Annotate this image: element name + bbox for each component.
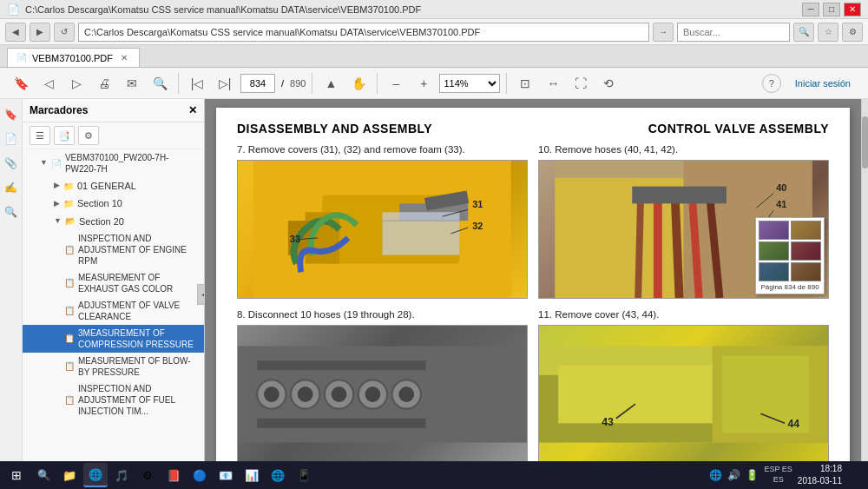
zoom-in-button[interactable]: + [411,71,436,96]
zoom-select[interactable]: 114% 100% 125% 150% [439,74,500,93]
pdf-page-header: DISASSEMBLY AND ASSEMBLY CONTROL VALVE A… [237,122,829,135]
taskbar-settings[interactable]: ⚙ [135,463,160,487]
taskbar-search-button[interactable]: 🔍 [31,463,56,487]
arrow-icon: ▼ [54,216,62,227]
tree-item-general[interactable]: ▶ 📁 01 GENERAL [23,177,204,195]
refresh-button[interactable]: ↺ [54,23,75,42]
minimize-button[interactable]: ─ [802,3,819,17]
taskbar-acrobat[interactable]: 📕 [161,463,186,487]
volume-icon[interactable]: 🔊 [727,469,740,481]
taskbar-internet-explorer[interactable]: 🌐 [83,463,108,487]
bookmark-expand-btn[interactable]: 📑 [54,126,75,145]
pdf-scrollbar[interactable] [861,99,868,489]
layers-strip-icon[interactable]: 📄 [3,130,20,148]
next-page-button[interactable]: ▷ [64,71,89,96]
doc-icon: 📋 [64,277,75,288]
hand-tool[interactable]: ✋ [346,71,371,96]
tree-item-compression[interactable]: 📋 3MEASUREMENT OF COMPRESSION PRESSURE [23,325,204,353]
svg-rect-34 [257,360,425,370]
bookmarks-strip-icon[interactable]: 🔖 [3,106,20,123]
tree-item-root[interactable]: ▼ 📄 VEBM370100_PW200-7H-PW220-7H [23,149,204,177]
tree-item-section10[interactable]: ▶ 📁 Section 10 [23,195,204,212]
page-thumbnail[interactable]: Página 834 de 890 [755,217,825,294]
app-icon: 📄 [7,3,20,16]
pdf-image-7: 31 32 33 [237,160,528,299]
taskbar-app[interactable]: 📱 [292,463,316,487]
bookmark-options-btn[interactable]: ⚙ [78,126,99,145]
taskbar-outlook[interactable]: 📧 [214,463,238,487]
main-area: 🔖 📄 📎 ✍ 🔍 Marcadores ✕ ☰ 📑 ⚙ ▼ 📄 VEBM370… [0,99,868,489]
fit-width-button[interactable]: ↔ [541,71,565,96]
tree-label-section10: Section 10 [77,197,122,209]
svg-text:40: 40 [776,182,786,193]
zoom-out-button[interactable]: – [384,71,408,96]
bookmark-panel-button[interactable]: 🔖 [9,71,33,96]
tree-item-section20[interactable]: ▼ 📂 Section 20 [23,213,204,230]
network-icon[interactable]: 🌐 [709,469,722,481]
search-button[interactable]: 🔍 [148,71,172,96]
full-screen-button[interactable]: ⛶ [569,71,593,96]
tree-item-fuel[interactable]: 📋 INSPECTION AND ADJUSTMENT OF FUEL INJE… [23,380,204,420]
taskbar-clock[interactable]: 18:18 2018-03-11 [798,463,842,487]
fit-page-button[interactable]: ⊡ [513,71,537,96]
prev-page-button[interactable]: ◁ [36,71,61,96]
back-button[interactable]: ◀ [5,23,26,42]
sidebar-close-button[interactable]: ✕ [188,104,197,116]
signatures-strip-icon[interactable]: ✍ [3,179,20,196]
pointer-tool[interactable]: ▲ [319,71,343,96]
svg-text:44: 44 [787,418,799,430]
taskbar-chrome[interactable]: 🔵 [187,463,212,487]
help-button[interactable]: ? [762,74,781,93]
page-total: 890 [290,78,306,89]
tree-label-exhaust: MEASUREMENT OF EXHAUST GAS COLOR [78,272,197,294]
address-go-button[interactable]: → [653,23,674,42]
last-page-button[interactable]: ▷| [213,71,237,96]
show-desktop-button[interactable] [847,463,859,487]
tree-item-valve[interactable]: 📋 ADJUSTMENT OF VALVE CLEARANCE [23,297,204,325]
sidebar-collapse-button[interactable]: ◀ [197,284,205,305]
print-button[interactable]: 🖨 [92,71,116,96]
tab-close-button[interactable]: ✕ [118,52,130,64]
battery-icon[interactable]: 🔋 [746,469,759,481]
tree-item-exhaust[interactable]: 📋 MEASUREMENT OF EXHAUST GAS COLOR [23,269,204,297]
search-go-button[interactable]: 🔍 [793,23,814,42]
pdf-instruction-8-text: 8. Disconnect 10 hoses (19 through 28). [237,309,528,320]
tree-label-root: VEBM370100_PW200-7H-PW220-7H [65,152,197,175]
thumb-6 [791,262,821,281]
taskbar-ie2[interactable]: 🌐 [266,463,290,487]
attachments-strip-icon[interactable]: 📎 [3,155,20,172]
taskbar-system-icons: 🌐 🔊 🔋 [709,469,759,481]
tab-vebm[interactable]: 📄 VEBM370100.PDF ✕ [7,48,140,67]
doc-icon: 📋 [64,360,75,372]
signin-button[interactable]: Iniciar sesión [786,75,859,92]
email-button[interactable]: ✉ [120,71,144,96]
taskbar-excel[interactable]: 📊 [240,463,264,487]
machinery-svg-3 [238,326,527,463]
close-button[interactable]: ✕ [844,3,861,17]
address-input[interactable] [78,23,649,42]
pdf-image-11: 43 44 [538,325,829,464]
bookmark-list-btn[interactable]: ☰ [30,126,50,145]
tools-button[interactable]: ⚙ [842,23,863,42]
start-button[interactable]: ⊞ [3,463,30,487]
taskbar-media[interactable]: 🎵 [109,463,134,487]
forward-button[interactable]: ▶ [30,23,50,42]
favorites-button[interactable]: ☆ [818,23,838,42]
first-page-button[interactable]: |◁ [185,71,209,96]
maximize-button[interactable]: □ [823,3,840,17]
search-input[interactable] [677,23,790,42]
pdf-area[interactable]: DISASSEMBLY AND ASSEMBLY CONTROL VALVE A… [205,99,861,489]
thumb-caption: Página 834 de 890 [759,283,821,291]
pdf-instruction-10: 10. Remove hoses (40, 41, 42). [538,144,829,299]
tree-label-section20: Section 20 [79,215,124,228]
pdf-instruction-7-text: 7. Remove covers (31), (32) and remove f… [237,144,528,155]
pdf-instruction-8: 8. Disconnect 10 hoses (19 through 28). [237,309,528,464]
rotate-button[interactable]: ⟲ [596,71,621,96]
tree-item-blowby[interactable]: 📋 MEASUREMENT OF BLOW-BY PRESSURE [23,353,204,380]
tree-item-inspection-rpm[interactable]: 📋 INSPECTION AND ADJUSTMENT OF ENGINE RP… [23,230,204,269]
taskbar-items: 📁 🌐 🎵 ⚙ 📕 🔵 📧 📊 🌐 📱 [57,463,707,487]
search-strip-icon[interactable]: 🔍 [3,203,20,221]
taskbar-file-explorer[interactable]: 📁 [57,463,82,487]
folder-icon: 📁 [63,181,74,192]
page-number-input[interactable] [240,74,275,93]
